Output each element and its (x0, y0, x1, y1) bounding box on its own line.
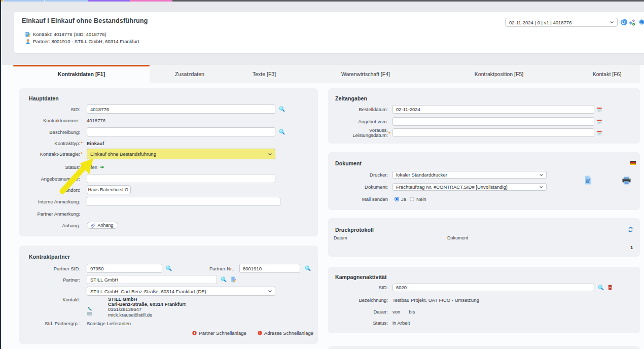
tab-kontraktdaten[interactable]: Kontraktdaten [F1] (13, 65, 150, 83)
leistungsdatum-calendar-icon[interactable] (597, 130, 602, 135)
radio-nein[interactable]: Nein (410, 196, 426, 202)
partner-edit-icon[interactable] (231, 276, 236, 283)
paperclip-icon (91, 223, 95, 228)
interne-anmerkung-label: Interne Anmerkung: (19, 199, 80, 204)
beschreibung-input[interactable] (87, 127, 275, 136)
row-bezeichnung: Bezeichnung: Testbau Projekt, UAT FICO -… (328, 297, 640, 303)
german-flag-icon[interactable] (630, 161, 636, 165)
adresse-schnellanlage-link[interactable]: Adresse Schnellanlage (258, 330, 313, 336)
kontrakttyp-value: Einkauf (87, 141, 104, 146)
mail-senden-label: Mail senden (328, 196, 388, 202)
partner-input[interactable] (87, 275, 217, 284)
tab-bar: Kontraktdaten [F1] Zusatzdaten Texte [F3… (13, 65, 640, 83)
dokument-select[interactable]: Frachtauftrag Nr. #CONTRACT.SID# [Unvoll… (392, 183, 547, 191)
drucker-select-value: lokaler Standarddrucker (396, 172, 447, 178)
row-anhang: Anhang: Anhang (19, 222, 318, 229)
partner-schnellanlage-link[interactable]: Partner Schnellanlage (192, 330, 246, 336)
bezeichnung-value: Testbau Projekt, UAT FICO - Umsetzung (392, 297, 479, 303)
add-circle-icon (192, 331, 197, 335)
partner-nr-input[interactable] (239, 264, 300, 273)
info-circle-icon[interactable] (639, 19, 644, 25)
history-icon[interactable] (620, 19, 627, 26)
angebot-vom-calendar-icon[interactable] (597, 119, 602, 124)
card-kampagnenaktivitaet: Kampagnenaktivität SID: Bezeichnung: Tes… (328, 267, 640, 333)
anhang-button-label: Anhang (97, 223, 113, 228)
page-title: Einkauf I Einkauf ohne Bestandsführung (22, 17, 148, 24)
window-left-edge (0, 0, 1, 349)
partner-anmerkung-label: Partner Anmerkung: (19, 211, 80, 217)
drucker-select[interactable]: lokaler Standarddrucker (392, 171, 547, 179)
bestelldatum-calendar-icon[interactable] (597, 107, 602, 112)
phone-icon (88, 306, 92, 311)
partner-label: Partner: (19, 277, 80, 283)
angebotsnummer-input[interactable] (87, 174, 275, 183)
tab-kontraktposition[interactable]: Kontraktposition [F5] (475, 65, 523, 83)
beschreibung-label: Beschreibung: (19, 129, 80, 135)
drucker-label: Drucker: (328, 172, 388, 178)
status-forward-icon[interactable] (100, 165, 104, 169)
tab-warenwirtschaft[interactable]: Warenwirtschaft [F4] (341, 65, 390, 83)
row-beschreibung: Beschreibung: (19, 127, 318, 136)
anhang-button[interactable]: Anhang (87, 222, 118, 229)
tab-texte[interactable]: Texte [F3] (253, 65, 276, 83)
standort-button[interactable]: Haus Rabenhorst O. (87, 185, 131, 194)
sid-search-icon[interactable] (279, 106, 285, 112)
workflow-gears-icon[interactable] (629, 19, 636, 26)
partner-nr-search-icon[interactable] (305, 265, 311, 271)
partner-sid-search-icon[interactable] (166, 265, 172, 271)
browser-tabgroup-blue-2 (45, 0, 88, 2)
interne-anmerkung-input[interactable] (87, 197, 280, 206)
kontakt-telefon: 0151/28138647 (108, 306, 141, 312)
radio-selected-icon (395, 197, 399, 201)
chevron-down-icon (610, 21, 614, 23)
radio-ja-label: Ja (401, 196, 406, 202)
kampagne-search-icon[interactable] (598, 285, 604, 291)
tab-kontakt[interactable]: Kontakt [F6] (593, 65, 622, 83)
row-angebot-vom: Angebot vom: (328, 117, 640, 126)
page-number[interactable]: 1 (630, 245, 633, 250)
bestelldatum-input[interactable] (392, 105, 594, 114)
sid-input[interactable] (87, 104, 275, 114)
hauptdaten-title: Hauptdaten (29, 95, 59, 101)
row-kontrakttyp: Kontrakttyp:* Einkauf (19, 140, 318, 147)
partner-search-icon[interactable] (221, 276, 227, 283)
kampagne-sid-input[interactable] (392, 284, 594, 291)
card-druckprotokoll: Druckprotokoll Datum Dokument 1 (328, 218, 640, 257)
refresh-icon[interactable] (628, 227, 633, 232)
partner-schnellanlage-label: Partner Schnellanlage (199, 330, 246, 336)
adresse-select[interactable]: STILL GmbH: Carl-Benz-Straße, 60314 Fran… (87, 287, 275, 296)
tab-kontraktdaten-label: Kontraktdaten [F1] (58, 71, 105, 77)
row-kontraktnummer: Kontraktnummer: 4018776 (19, 117, 318, 124)
browser-tabgroup-pink (130, 0, 172, 2)
mail-icon (87, 312, 92, 316)
radio-ja[interactable]: Ja (395, 196, 406, 202)
dokument-label: Dokument: (328, 184, 388, 190)
row-leistungsdatum: Vorauss.Leistungsdatum: * (328, 128, 640, 137)
beschreibung-search-icon[interactable] (279, 129, 285, 135)
delete-trash-icon[interactable] (608, 285, 612, 290)
kampagne-status-label: Status: (328, 320, 388, 326)
row-kampagne-status: Status: in Arbeit (328, 320, 640, 326)
version-select[interactable]: 02-11-2024 | 0 | v1 | 4018776 (505, 18, 618, 27)
document-preview-icon[interactable] (585, 176, 592, 185)
kontrakt-meta-text: Kontrakt: 4018776 (SID: 4018776) (33, 31, 106, 37)
dauer-label: Dauer: (328, 309, 388, 315)
leistungsdatum-input[interactable] (392, 128, 594, 137)
partner-sid-input[interactable] (87, 264, 162, 273)
card-kontraktpartner: Kontraktpartner Partner SID: Partner-Nr.… (19, 246, 318, 344)
card-next-partial (328, 346, 640, 349)
row-angebotsnummer: Angebotsnummer: (19, 174, 318, 183)
card-zeitangaben: Zeitangaben Bestelldatum: Angebot vom: V… (328, 88, 640, 144)
printer-icon[interactable] (622, 177, 631, 185)
angebot-vom-label: Angebot vom: (328, 119, 388, 124)
angebot-vom-input[interactable] (392, 117, 594, 126)
browser-tabgroup-gray (172, 0, 644, 2)
tab-zusatzdaten[interactable]: Zusatzdaten (175, 65, 204, 83)
dokument-select-value: Frachtauftrag Nr. #CONTRACT.SID# [Unvoll… (396, 184, 508, 190)
strategie-select[interactable]: Einkauf ohne Bestandsführung (87, 149, 275, 159)
sid-label: SID: (19, 107, 80, 112)
row-dokument-select: Dokument: Frachtauftrag Nr. #CONTRACT.SI… (328, 183, 640, 191)
row-dauer: Dauer: von bis (328, 308, 640, 315)
bezeichnung-label: Bezeichnung: (328, 297, 388, 303)
chevron-down-icon (268, 290, 272, 292)
